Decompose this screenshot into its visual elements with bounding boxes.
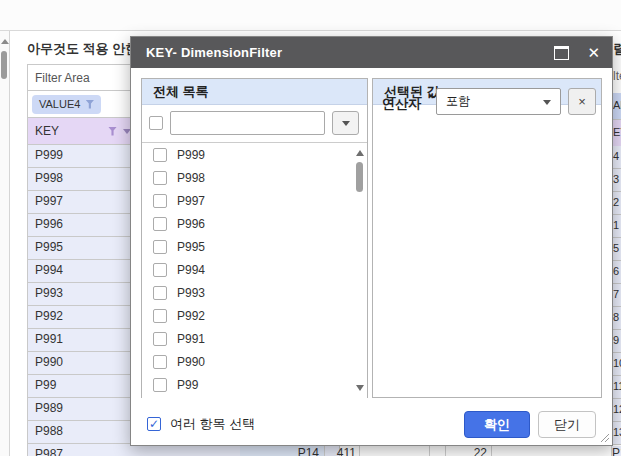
clipped-row-fragment: 13	[613, 422, 621, 445]
row-key-label: P993	[35, 286, 63, 300]
item-checkbox[interactable]	[153, 148, 167, 162]
filter-area-fragment: lte	[613, 69, 621, 83]
list-item[interactable]: P990	[142, 350, 367, 373]
list-item[interactable]: P99	[142, 373, 367, 396]
key-fragment: EY	[613, 120, 621, 147]
scroll-up-icon[interactable]	[1, 39, 9, 44]
clipped-rows: 4 3 2 1 5 6 7 8 9 10 11 12 13	[613, 146, 621, 445]
row-key-label: P995	[35, 240, 63, 254]
item-checkbox[interactable]	[153, 332, 167, 346]
search-row	[142, 105, 367, 142]
scroll-up-icon[interactable]	[356, 150, 364, 156]
row-key-label: P987	[35, 447, 63, 456]
select-all-checkbox[interactable]	[149, 116, 163, 130]
row-key-label: P999	[35, 148, 63, 162]
multi-select-row[interactable]: ✓ 여러 항목 선택	[147, 415, 255, 433]
list-item[interactable]: P993	[142, 281, 367, 304]
list-item[interactable]: P994	[142, 258, 367, 281]
item-checkbox[interactable]	[153, 217, 167, 231]
item-label: P990	[177, 355, 205, 369]
clipped-row-fragment: 10	[613, 353, 621, 376]
maximize-icon[interactable]	[554, 46, 569, 60]
value-list-items: P999 P998 P997	[142, 143, 367, 396]
page-vertical-scrollbar[interactable]	[0, 31, 10, 456]
item-checkbox[interactable]	[153, 378, 167, 392]
bottom-key-cell	[130, 446, 240, 456]
list-scrollbar[interactable]	[353, 145, 366, 396]
full-list-panel: 전체 목록 P999 P998	[141, 78, 368, 398]
search-input[interactable]	[170, 111, 325, 135]
multi-select-checkbox[interactable]: ✓	[147, 417, 161, 431]
operator-clear-button[interactable]: ×	[568, 88, 596, 115]
row-key-label: P998	[35, 171, 63, 185]
item-checkbox[interactable]	[153, 355, 167, 369]
dialog-body: 전체 목록 P999 P998	[131, 68, 612, 445]
clipped-row-fragment: 3	[613, 169, 621, 192]
item-label: P995	[177, 240, 205, 254]
list-item[interactable]: P998	[142, 166, 367, 189]
row-key-label: P994	[35, 263, 63, 277]
row-key-label: P997	[35, 194, 63, 208]
row-key-label: P99	[35, 378, 56, 392]
bottom-count-cell: 22	[446, 446, 492, 456]
key-filter-funnel-icon[interactable]	[108, 127, 117, 136]
cancel-button[interactable]: 닫기	[538, 411, 596, 438]
search-dropdown-button[interactable]	[332, 111, 359, 135]
item-label: P998	[177, 171, 205, 185]
item-checkbox[interactable]	[153, 263, 167, 277]
clipped-row-fragment: 2	[613, 192, 621, 215]
close-icon[interactable]: ✕	[587, 45, 600, 60]
clipped-row-fragment: 7	[613, 284, 621, 307]
sheet-title: 아무것도 적용 안한	[27, 40, 138, 58]
bottom-empty-cell	[360, 446, 430, 456]
key-header-label: KEY	[35, 124, 59, 138]
row-key-label: P988	[35, 424, 63, 438]
item-checkbox[interactable]	[153, 194, 167, 208]
resize-grip-icon[interactable]	[599, 432, 609, 442]
item-checkbox[interactable]	[153, 240, 167, 254]
item-checkbox[interactable]	[153, 171, 167, 185]
ok-button[interactable]: 확인	[464, 411, 530, 438]
list-item[interactable]: P997	[142, 189, 367, 212]
row-key-label: P991	[35, 332, 63, 346]
bottom-dim-cell: P14	[240, 446, 325, 456]
dialog-titlebar[interactable]: KEY- DimensionFilter ✕	[131, 37, 612, 68]
scrollbar-thumb[interactable]	[356, 162, 363, 192]
item-checkbox[interactable]	[153, 309, 167, 323]
clipped-row-fragment: 6	[613, 261, 621, 284]
chevron-down-icon	[543, 100, 551, 105]
row-key-label: P989	[35, 401, 63, 415]
clipped-row-fragment: 5	[613, 238, 621, 261]
item-label: P993	[177, 286, 205, 300]
list-item[interactable]: P999	[142, 143, 367, 166]
item-checkbox[interactable]	[153, 286, 167, 300]
list-item[interactable]: P995	[142, 235, 367, 258]
item-label: P991	[177, 332, 205, 346]
filter-funnel-icon[interactable]	[85, 100, 94, 109]
row-key-label: P992	[35, 309, 63, 323]
bottom-empty-cell	[430, 446, 446, 456]
bottom-empty-cell	[492, 446, 612, 456]
list-item[interactable]: P992	[142, 304, 367, 327]
clipped-row-fragment: 4	[613, 146, 621, 169]
value-list: P999 P998 P997	[142, 142, 367, 398]
list-item[interactable]: P996	[142, 212, 367, 235]
item-label: P994	[177, 263, 205, 277]
scroll-down-icon[interactable]	[356, 385, 364, 391]
operator-select[interactable]: 포함	[436, 88, 561, 115]
item-label: P996	[177, 217, 205, 231]
sort-text-fragment: 렬	[613, 40, 621, 58]
dimension-filter-dialog: KEY- DimensionFilter ✕ 전체 목록 P999	[130, 36, 613, 446]
value4-fragment: AL	[613, 93, 621, 120]
row-key-label: P990	[35, 355, 63, 369]
list-item[interactable]: P991	[142, 327, 367, 350]
dialog-title: KEY- DimensionFilter	[146, 45, 554, 60]
value4-chip[interactable]: VALUE4	[32, 95, 101, 114]
clipped-row-fragment: 9	[613, 330, 621, 353]
bottom-value-cell: 411	[325, 446, 360, 456]
scrollbar-thumb[interactable]	[1, 51, 7, 79]
clipped-row-fragment: 12	[613, 399, 621, 422]
bottom-edge-cell: P1	[612, 446, 621, 456]
item-label: P99	[177, 378, 198, 392]
item-label: P992	[177, 309, 205, 323]
